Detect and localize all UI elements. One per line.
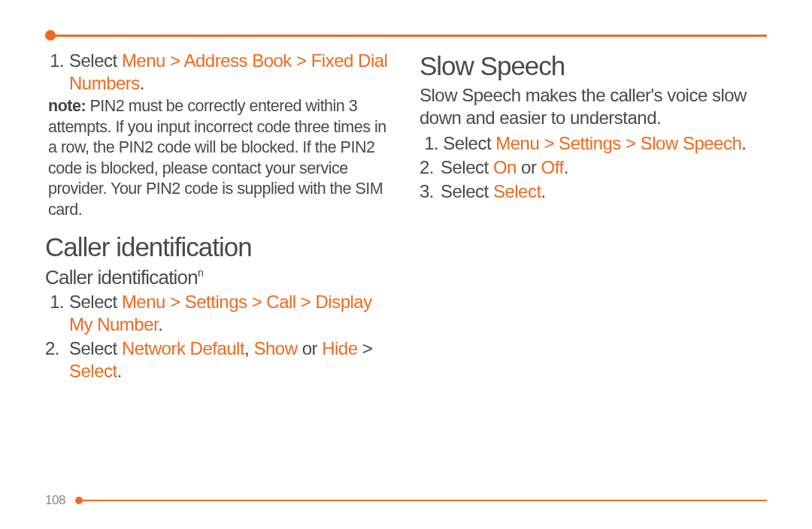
seg: or bbox=[517, 157, 541, 177]
page-footer: 108 bbox=[45, 497, 767, 506]
step-text: Select Menu > Settings > Call > Display … bbox=[69, 291, 392, 336]
step-number: 1. bbox=[420, 132, 443, 155]
seg: Select bbox=[69, 338, 122, 358]
list-item: 2. Select On or Off. bbox=[420, 156, 767, 179]
slow-speech-intro: Slow Speech makes the caller's voice slo… bbox=[420, 84, 767, 129]
step-text: Select Menu > Address Book > Fixed Dial … bbox=[69, 50, 392, 95]
subheading-text: Caller identification bbox=[45, 266, 198, 289]
seg: . bbox=[564, 157, 568, 177]
caller-id-subheading: Caller identificationn bbox=[45, 265, 392, 290]
menu-path: Menu > Settings > Slow Speech bbox=[495, 133, 741, 153]
top-rule-line bbox=[45, 35, 767, 37]
subheading-superscript: n bbox=[198, 267, 203, 279]
step-text: Select Network Default, Show or Hide > S… bbox=[69, 337, 392, 382]
page-number: 108 bbox=[45, 493, 70, 508]
option-off: Off bbox=[541, 157, 564, 177]
top-rule bbox=[45, 30, 767, 41]
step-prefix: Select bbox=[69, 292, 122, 312]
seg: Select bbox=[441, 157, 493, 177]
page-content: 1. Select Menu > Address Book > Fixed Di… bbox=[45, 30, 767, 499]
step-suffix: . bbox=[140, 73, 144, 93]
list-item: 2. Select Network Default, Show or Hide … bbox=[45, 337, 392, 382]
list-item: 1. Select Menu > Address Book > Fixed Di… bbox=[45, 50, 392, 95]
seg: , bbox=[244, 338, 253, 358]
left-column: 1. Select Menu > Address Book > Fixed Di… bbox=[45, 50, 392, 384]
step-number: 3. bbox=[420, 180, 441, 203]
step-number: 2. bbox=[420, 156, 441, 179]
seg: . bbox=[541, 181, 546, 201]
right-column: Slow Speech Slow Speech makes the caller… bbox=[420, 50, 767, 384]
pin2-note: note: PIN2 must be correctly entered wit… bbox=[48, 96, 392, 220]
step-prefix: Select bbox=[443, 133, 495, 153]
step-text: Select Menu > Settings > Slow Speech. bbox=[443, 132, 767, 155]
option-select: Select bbox=[69, 361, 117, 381]
option-select: Select bbox=[493, 181, 541, 201]
step-text: Select Select. bbox=[441, 180, 767, 203]
note-text: PIN2 must be correctly entered within 3 … bbox=[48, 97, 386, 219]
option-network-default: Network Default bbox=[122, 338, 244, 358]
fixed-dial-steps: 1. Select Menu > Address Book > Fixed Di… bbox=[45, 50, 392, 95]
seg: . bbox=[117, 361, 122, 381]
top-rule-dot-icon bbox=[45, 30, 56, 41]
slow-speech-heading: Slow Speech bbox=[420, 50, 767, 83]
bottom-rule: 108 bbox=[45, 497, 767, 506]
step-number: 2. bbox=[45, 337, 69, 382]
step-suffix: . bbox=[158, 314, 162, 334]
bottom-rule-line bbox=[81, 500, 767, 501]
columns: 1. Select Menu > Address Book > Fixed Di… bbox=[45, 50, 767, 384]
option-on: On bbox=[493, 157, 517, 177]
seg: Select bbox=[441, 181, 493, 201]
step-prefix: Select bbox=[69, 50, 122, 71]
caller-id-heading: Caller identification bbox=[45, 231, 392, 264]
seg: > bbox=[358, 338, 373, 358]
caller-id-steps: 1. Select Menu > Settings > Call > Displ… bbox=[45, 291, 392, 382]
list-item: 1. Select Menu > Settings > Slow Speech. bbox=[420, 132, 767, 155]
step-number: 1. bbox=[45, 291, 69, 336]
step-number: 1. bbox=[45, 50, 69, 95]
step-suffix: . bbox=[741, 133, 746, 153]
list-item: 3. Select Select. bbox=[420, 180, 767, 203]
option-hide: Hide bbox=[322, 338, 357, 358]
slow-speech-steps: 1. Select Menu > Settings > Slow Speech.… bbox=[420, 132, 767, 203]
step-text: Select On or Off. bbox=[441, 156, 767, 179]
list-item: 1. Select Menu > Settings > Call > Displ… bbox=[45, 291, 392, 336]
note-label: note: bbox=[48, 97, 86, 115]
option-show: Show bbox=[253, 338, 297, 358]
seg: or bbox=[298, 338, 323, 358]
